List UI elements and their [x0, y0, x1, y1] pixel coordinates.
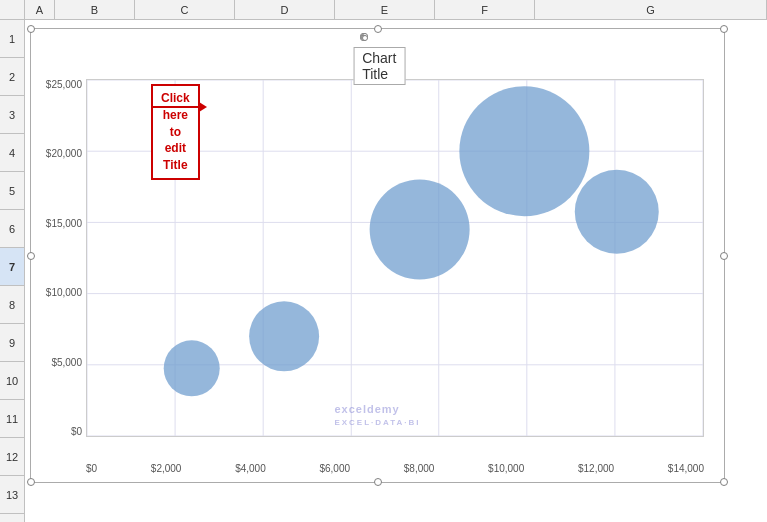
x-label-10000: $10,000	[488, 463, 524, 474]
bubble-3	[370, 180, 470, 280]
spreadsheet: A B C D E F G 1 2 3 4 5 6 7 8 9 10 11 12…	[0, 0, 767, 522]
row-header-6: 6	[0, 210, 24, 248]
arrow-line	[151, 106, 199, 108]
callout-text-line1: Click here to	[161, 91, 190, 139]
x-axis-labels: $0 $2,000 $4,000 $6,000 $8,000 $10,000 $…	[86, 463, 704, 474]
col-header-c: C	[135, 0, 235, 19]
col-header-f: F	[435, 0, 535, 19]
x-label-6000: $6,000	[319, 463, 350, 474]
row-header-4: 4	[0, 134, 24, 172]
corner-cell	[0, 0, 25, 19]
y-label-0: $0	[71, 426, 86, 437]
col-header-d: D	[235, 0, 335, 19]
y-label-25000: $25,000	[46, 79, 86, 90]
row-header-3: 3	[0, 96, 24, 134]
watermark: exceldemyEXCEL·DATA·BI	[334, 403, 420, 427]
arrow-head-icon	[199, 102, 207, 112]
row-header-12: 12	[0, 438, 24, 476]
callout-text-line2: edit Title	[163, 141, 187, 172]
row-header-5: 5	[0, 172, 24, 210]
chart-title[interactable]: Chart Title	[353, 47, 405, 85]
row-header-14: 14	[0, 514, 24, 522]
handle-mr[interactable]	[720, 252, 728, 260]
handle-ml[interactable]	[27, 252, 35, 260]
callout-arrow	[151, 102, 207, 112]
column-headers: A B C D E F G	[0, 0, 767, 20]
handle-tl[interactable]	[27, 25, 35, 33]
y-label-20000: $20,000	[46, 148, 86, 159]
x-label-4000: $4,000	[235, 463, 266, 474]
row-header-8: 8	[0, 286, 24, 324]
bubble-4	[459, 86, 589, 216]
col-header-a: A	[25, 0, 55, 19]
chart-container[interactable]: $25,000 $20,000 $15,000 $10,000 $5,000 $…	[30, 28, 725, 483]
x-label-12000: $12,000	[578, 463, 614, 474]
handle-tr[interactable]	[720, 25, 728, 33]
row-headers: 1 2 3 4 5 6 7 8 9 10 11 12 13 14	[0, 20, 25, 522]
row-header-13: 13	[0, 476, 24, 514]
col-header-e: E	[335, 0, 435, 19]
handle-tc[interactable]	[374, 25, 382, 33]
row-header-1: 1	[0, 20, 24, 58]
row-header-9: 9	[0, 324, 24, 362]
bubble-1	[164, 340, 220, 396]
x-label-2000: $2,000	[151, 463, 182, 474]
bubble-2	[249, 301, 319, 371]
row-header-11: 11	[0, 400, 24, 438]
handle-bc[interactable]	[374, 478, 382, 486]
x-label-14000: $14,000	[668, 463, 704, 474]
col-header-b: B	[55, 0, 135, 19]
x-label-0: $0	[86, 463, 97, 474]
handle-br[interactable]	[720, 478, 728, 486]
bubble-5	[575, 170, 659, 254]
col-header-g: G	[535, 0, 767, 19]
title-handle-br[interactable]	[362, 35, 368, 41]
callout-box: Click here to edit Title	[151, 84, 200, 180]
y-label-5000: $5,000	[51, 357, 86, 368]
x-label-8000: $8,000	[404, 463, 435, 474]
row-header-2: 2	[0, 58, 24, 96]
y-label-10000: $10,000	[46, 287, 86, 298]
handle-bl[interactable]	[27, 478, 35, 486]
y-label-15000: $15,000	[46, 218, 86, 229]
row-header-10: 10	[0, 362, 24, 400]
row-header-7: 7	[0, 248, 24, 286]
y-axis-labels: $25,000 $20,000 $15,000 $10,000 $5,000 $…	[36, 79, 86, 437]
